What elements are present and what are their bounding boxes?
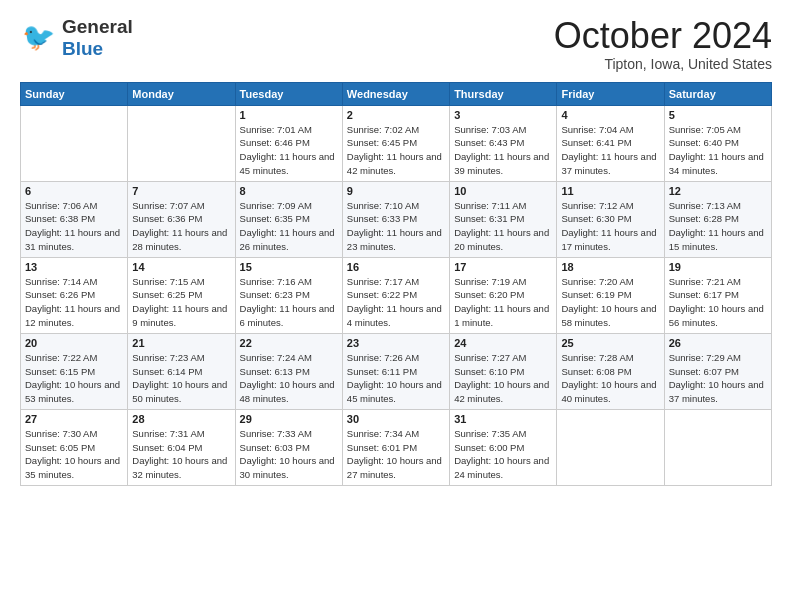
day-number: 24 [454,337,552,349]
calendar-cell: 16Sunrise: 7:17 AM Sunset: 6:22 PM Dayli… [342,257,449,333]
day-number: 5 [669,109,767,121]
calendar-cell [21,105,128,181]
calendar-cell: 26Sunrise: 7:29 AM Sunset: 6:07 PM Dayli… [664,333,771,409]
day-info: Sunrise: 7:04 AM Sunset: 6:41 PM Dayligh… [561,123,659,178]
calendar-week-row: 6Sunrise: 7:06 AM Sunset: 6:38 PM Daylig… [21,181,772,257]
day-number: 21 [132,337,230,349]
day-number: 30 [347,413,445,425]
day-info: Sunrise: 7:22 AM Sunset: 6:15 PM Dayligh… [25,351,123,406]
calendar-cell: 31Sunrise: 7:35 AM Sunset: 6:00 PM Dayli… [450,409,557,485]
day-number: 25 [561,337,659,349]
day-number: 12 [669,185,767,197]
calendar-cell [664,409,771,485]
logo-text: General Blue [62,16,133,60]
calendar-cell: 18Sunrise: 7:20 AM Sunset: 6:19 PM Dayli… [557,257,664,333]
calendar-cell [557,409,664,485]
calendar-cell: 7Sunrise: 7:07 AM Sunset: 6:36 PM Daylig… [128,181,235,257]
day-info: Sunrise: 7:30 AM Sunset: 6:05 PM Dayligh… [25,427,123,482]
calendar-cell: 6Sunrise: 7:06 AM Sunset: 6:38 PM Daylig… [21,181,128,257]
weekday-header: Friday [557,82,664,105]
calendar-cell: 27Sunrise: 7:30 AM Sunset: 6:05 PM Dayli… [21,409,128,485]
calendar-cell: 3Sunrise: 7:03 AM Sunset: 6:43 PM Daylig… [450,105,557,181]
day-info: Sunrise: 7:02 AM Sunset: 6:45 PM Dayligh… [347,123,445,178]
logo-blue: Blue [62,38,133,60]
day-info: Sunrise: 7:16 AM Sunset: 6:23 PM Dayligh… [240,275,338,330]
day-number: 9 [347,185,445,197]
weekday-header: Saturday [664,82,771,105]
logo-general: General [62,16,133,38]
day-number: 17 [454,261,552,273]
day-info: Sunrise: 7:34 AM Sunset: 6:01 PM Dayligh… [347,427,445,482]
day-number: 1 [240,109,338,121]
day-info: Sunrise: 7:06 AM Sunset: 6:38 PM Dayligh… [25,199,123,254]
calendar-cell: 8Sunrise: 7:09 AM Sunset: 6:35 PM Daylig… [235,181,342,257]
day-number: 16 [347,261,445,273]
day-info: Sunrise: 7:23 AM Sunset: 6:14 PM Dayligh… [132,351,230,406]
day-number: 4 [561,109,659,121]
calendar-cell: 24Sunrise: 7:27 AM Sunset: 6:10 PM Dayli… [450,333,557,409]
day-info: Sunrise: 7:31 AM Sunset: 6:04 PM Dayligh… [132,427,230,482]
page: 🐦 General Blue October 2024 Tipton, Iowa… [0,0,792,612]
day-number: 22 [240,337,338,349]
day-number: 15 [240,261,338,273]
header: 🐦 General Blue October 2024 Tipton, Iowa… [20,16,772,72]
calendar-week-row: 13Sunrise: 7:14 AM Sunset: 6:26 PM Dayli… [21,257,772,333]
calendar-cell: 13Sunrise: 7:14 AM Sunset: 6:26 PM Dayli… [21,257,128,333]
day-info: Sunrise: 7:26 AM Sunset: 6:11 PM Dayligh… [347,351,445,406]
day-info: Sunrise: 7:05 AM Sunset: 6:40 PM Dayligh… [669,123,767,178]
calendar-cell: 21Sunrise: 7:23 AM Sunset: 6:14 PM Dayli… [128,333,235,409]
calendar-cell: 5Sunrise: 7:05 AM Sunset: 6:40 PM Daylig… [664,105,771,181]
day-info: Sunrise: 7:20 AM Sunset: 6:19 PM Dayligh… [561,275,659,330]
day-number: 27 [25,413,123,425]
day-info: Sunrise: 7:24 AM Sunset: 6:13 PM Dayligh… [240,351,338,406]
calendar-cell: 10Sunrise: 7:11 AM Sunset: 6:31 PM Dayli… [450,181,557,257]
calendar-cell: 19Sunrise: 7:21 AM Sunset: 6:17 PM Dayli… [664,257,771,333]
day-number: 19 [669,261,767,273]
day-number: 20 [25,337,123,349]
calendar-cell: 14Sunrise: 7:15 AM Sunset: 6:25 PM Dayli… [128,257,235,333]
calendar-cell: 11Sunrise: 7:12 AM Sunset: 6:30 PM Dayli… [557,181,664,257]
title-block: October 2024 Tipton, Iowa, United States [554,16,772,72]
day-info: Sunrise: 7:13 AM Sunset: 6:28 PM Dayligh… [669,199,767,254]
calendar-cell: 29Sunrise: 7:33 AM Sunset: 6:03 PM Dayli… [235,409,342,485]
day-info: Sunrise: 7:01 AM Sunset: 6:46 PM Dayligh… [240,123,338,178]
day-info: Sunrise: 7:19 AM Sunset: 6:20 PM Dayligh… [454,275,552,330]
weekday-header: Tuesday [235,82,342,105]
day-info: Sunrise: 7:29 AM Sunset: 6:07 PM Dayligh… [669,351,767,406]
calendar-cell: 9Sunrise: 7:10 AM Sunset: 6:33 PM Daylig… [342,181,449,257]
day-number: 6 [25,185,123,197]
calendar-cell: 12Sunrise: 7:13 AM Sunset: 6:28 PM Dayli… [664,181,771,257]
weekday-header: Sunday [21,82,128,105]
day-number: 3 [454,109,552,121]
day-info: Sunrise: 7:12 AM Sunset: 6:30 PM Dayligh… [561,199,659,254]
calendar-cell: 28Sunrise: 7:31 AM Sunset: 6:04 PM Dayli… [128,409,235,485]
calendar-cell: 1Sunrise: 7:01 AM Sunset: 6:46 PM Daylig… [235,105,342,181]
calendar-cell: 25Sunrise: 7:28 AM Sunset: 6:08 PM Dayli… [557,333,664,409]
day-number: 23 [347,337,445,349]
logo: 🐦 General Blue [20,16,133,60]
weekday-header: Wednesday [342,82,449,105]
calendar-cell: 17Sunrise: 7:19 AM Sunset: 6:20 PM Dayli… [450,257,557,333]
month-title: October 2024 [554,16,772,56]
calendar-table: SundayMondayTuesdayWednesdayThursdayFrid… [20,82,772,486]
weekday-header: Thursday [450,82,557,105]
day-info: Sunrise: 7:14 AM Sunset: 6:26 PM Dayligh… [25,275,123,330]
day-info: Sunrise: 7:27 AM Sunset: 6:10 PM Dayligh… [454,351,552,406]
day-number: 31 [454,413,552,425]
calendar-week-row: 20Sunrise: 7:22 AM Sunset: 6:15 PM Dayli… [21,333,772,409]
day-number: 13 [25,261,123,273]
calendar-cell [128,105,235,181]
day-number: 10 [454,185,552,197]
day-info: Sunrise: 7:11 AM Sunset: 6:31 PM Dayligh… [454,199,552,254]
day-info: Sunrise: 7:35 AM Sunset: 6:00 PM Dayligh… [454,427,552,482]
day-number: 8 [240,185,338,197]
day-number: 7 [132,185,230,197]
day-number: 2 [347,109,445,121]
calendar-week-row: 1Sunrise: 7:01 AM Sunset: 6:46 PM Daylig… [21,105,772,181]
calendar-cell: 2Sunrise: 7:02 AM Sunset: 6:45 PM Daylig… [342,105,449,181]
calendar-cell: 30Sunrise: 7:34 AM Sunset: 6:01 PM Dayli… [342,409,449,485]
calendar-week-row: 27Sunrise: 7:30 AM Sunset: 6:05 PM Dayli… [21,409,772,485]
day-number: 18 [561,261,659,273]
day-number: 26 [669,337,767,349]
day-info: Sunrise: 7:09 AM Sunset: 6:35 PM Dayligh… [240,199,338,254]
